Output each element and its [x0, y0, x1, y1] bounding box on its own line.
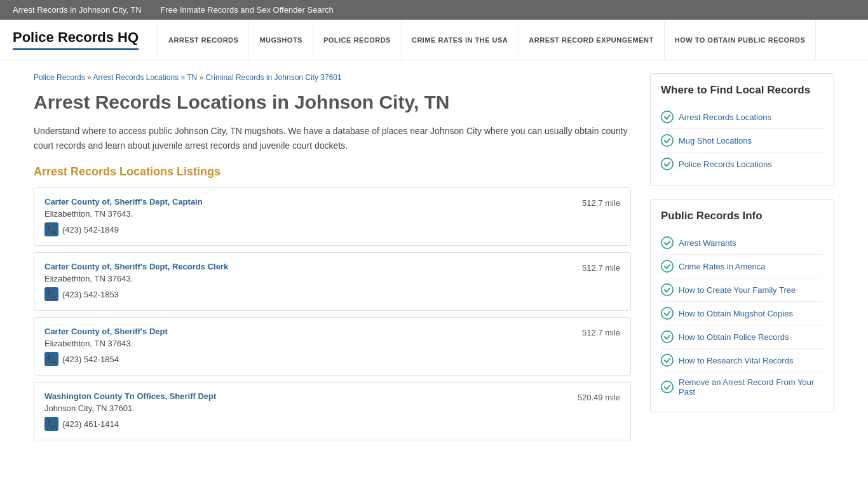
topbar-link-1[interactable]: Arrest Records in Johnson City, TN: [13, 5, 142, 15]
sidebar-where-title: Where to Find Local Records: [661, 84, 824, 97]
sidebar-public-label-2: How to Create Your Family Tree: [679, 285, 796, 295]
sidebar-where-link-1[interactable]: Mug Shot Locations: [661, 129, 824, 152]
sidebar-public-records: Public Records Info Arrest Warrants Crim…: [650, 199, 834, 412]
location-card-0: Carter County of, Sheriff's Dept, Captai…: [34, 187, 631, 246]
phone-icon-1: 📞: [44, 287, 58, 301]
section-title: Arrest Records Locations Listings: [34, 165, 631, 179]
nav-item-crime-rates-in-the-usa[interactable]: CRIME RATES IN THE USA: [402, 20, 519, 60]
nav-item-mugshots[interactable]: MUGSHOTS: [249, 20, 313, 60]
sidebar-public-link-0[interactable]: Arrest Warrants: [661, 231, 824, 255]
sidebar-where-link-2[interactable]: Police Records Locations: [661, 152, 824, 175]
sidebar-public-label-5: How to Research Vital Records: [679, 356, 793, 365]
location-name-3[interactable]: Washington County Tn Offices, Sheriff De…: [44, 391, 565, 401]
sidebar-public-label-3: How to Obtain Mugshot Copies: [679, 309, 793, 318]
location-name-0[interactable]: Carter County of, Sheriff's Dept, Captai…: [44, 197, 569, 207]
breadcrumb-separator: »: [179, 73, 187, 82]
svg-point-2: [661, 158, 673, 170]
nav-item-arrest-record-expungement[interactable]: ARREST RECORD EXPUNGEMENT: [519, 20, 664, 60]
sidebar-public-label-4: How to Obtain Police Records: [679, 332, 789, 342]
phone-icon-2: 📞: [44, 352, 58, 366]
svg-point-8: [661, 355, 673, 366]
location-distance-3: 520.49 mile: [565, 391, 620, 402]
check-icon: [661, 134, 674, 147]
header: Police Records HQ ARREST RECORDSMUGSHOTS…: [0, 20, 868, 60]
sidebar-public-label-1: Crime Rates in America: [679, 262, 766, 271]
location-phone-0: 📞 (423) 542-1849: [44, 222, 569, 236]
svg-point-5: [661, 284, 673, 295]
location-info-2: Carter County of, Sheriff's Dept Elizabe…: [44, 327, 569, 366]
sidebar-where-to-find: Where to Find Local Records Arrest Recor…: [650, 73, 834, 186]
location-distance-0: 512.7 mile: [569, 197, 620, 208]
logo-area: Police Records HQ: [13, 20, 158, 60]
check-icon: [661, 307, 674, 320]
breadcrumb-item-0[interactable]: Police Records: [34, 73, 85, 82]
phone-number-1[interactable]: (423) 542-1853: [62, 290, 119, 299]
sidebar-public-link-4[interactable]: How to Obtain Police Records: [661, 325, 824, 349]
sidebar-where-links: Arrest Records Locations Mug Shot Locati…: [661, 105, 824, 175]
phone-number-2[interactable]: (423) 542-1854: [62, 355, 119, 364]
breadcrumb: Police Records » Arrest Records Location…: [34, 73, 631, 82]
nav-item-how-to-obtain-public-records[interactable]: HOW TO OBTAIN PUBLIC RECORDS: [665, 20, 816, 60]
check-icon: [661, 111, 674, 123]
breadcrumb-item-2[interactable]: TN: [187, 73, 197, 82]
sidebar: Where to Find Local Records Arrest Recor…: [650, 73, 834, 447]
top-bar: Arrest Records in Johnson City, TN Free …: [0, 0, 868, 20]
location-phone-2: 📞 (423) 542-1854: [44, 352, 569, 366]
check-icon: [661, 381, 674, 393]
content-area: Police Records » Arrest Records Location…: [34, 73, 631, 447]
sidebar-public-link-1[interactable]: Crime Rates in America: [661, 255, 824, 278]
svg-point-1: [661, 135, 673, 146]
sidebar-public-links: Arrest Warrants Crime Rates in America H…: [661, 231, 824, 402]
location-name-1[interactable]: Carter County of, Sheriff's Dept, Record…: [44, 262, 569, 271]
location-card-2: Carter County of, Sheriff's Dept Elizabe…: [34, 317, 631, 376]
sidebar-public-link-3[interactable]: How to Obtain Mugshot Copies: [661, 302, 824, 325]
location-distance-1: 512.7 mile: [569, 262, 620, 273]
nav-item-police-records[interactable]: POLICE RECORDS: [313, 20, 402, 60]
svg-point-9: [661, 381, 673, 393]
page-description: Understand where to access public Johnso…: [34, 124, 631, 152]
breadcrumb-item-3[interactable]: Criminal Records in Johnson City 37601: [206, 73, 342, 82]
sidebar-where-label-1: Mug Shot Locations: [679, 136, 752, 146]
sidebar-public-link-6[interactable]: Remove an Arrest Record From Your Past: [661, 372, 824, 402]
svg-point-0: [661, 111, 673, 123]
phone-icon-3: 📞: [44, 417, 58, 431]
location-info-3: Washington County Tn Offices, Sheriff De…: [44, 391, 565, 431]
location-phone-3: 📞 (423) 461-1414: [44, 417, 565, 431]
location-card-3: Washington County Tn Offices, Sheriff De…: [34, 382, 631, 440]
sidebar-where-label-2: Police Records Locations: [679, 159, 772, 169]
location-distance-2: 512.7 mile: [569, 327, 620, 337]
check-icon: [661, 158, 674, 170]
sidebar-public-link-5[interactable]: How to Research Vital Records: [661, 349, 824, 372]
location-info-1: Carter County of, Sheriff's Dept, Record…: [44, 262, 569, 301]
svg-point-6: [661, 308, 673, 319]
check-icon: [661, 260, 674, 273]
sidebar-public-link-2[interactable]: How to Create Your Family Tree: [661, 278, 824, 302]
location-phone-1: 📞 (423) 542-1853: [44, 287, 569, 301]
phone-number-0[interactable]: (423) 542-1849: [62, 225, 119, 234]
nav-item-arrest-records[interactable]: ARREST RECORDS: [158, 20, 249, 60]
breadcrumb-separator: »: [197, 73, 205, 82]
svg-point-7: [661, 331, 673, 342]
main-nav: ARREST RECORDSMUGSHOTSPOLICE RECORDSCRIM…: [158, 20, 855, 60]
svg-point-4: [661, 261, 673, 272]
check-icon: [661, 283, 674, 296]
breadcrumb-separator: »: [85, 73, 93, 82]
main-container: Police Records » Arrest Records Location…: [21, 60, 847, 459]
location-address-3: Johnson City, TN 37601.: [44, 403, 565, 413]
sidebar-where-link-0[interactable]: Arrest Records Locations: [661, 105, 824, 129]
phone-number-3[interactable]: (423) 461-1414: [62, 419, 119, 429]
location-info-0: Carter County of, Sheriff's Dept, Captai…: [44, 197, 569, 236]
phone-icon-0: 📞: [44, 222, 58, 236]
check-icon: [661, 354, 674, 367]
location-card-1: Carter County of, Sheriff's Dept, Record…: [34, 252, 631, 311]
check-icon: [661, 236, 674, 249]
breadcrumb-item-1[interactable]: Arrest Records Locations: [93, 73, 179, 82]
sidebar-public-label-0: Arrest Warrants: [679, 238, 736, 248]
location-address-2: Elizabethton, TN 37643.: [44, 339, 569, 348]
location-name-2[interactable]: Carter County of, Sheriff's Dept: [44, 327, 569, 336]
check-icon: [661, 330, 674, 343]
topbar-link-2[interactable]: Free Inmate Records and Sex Offender Sea…: [161, 5, 334, 15]
site-logo[interactable]: Police Records HQ: [13, 29, 139, 50]
location-address-1: Elizabethton, TN 37643.: [44, 274, 569, 283]
location-list: Carter County of, Sheriff's Dept, Captai…: [34, 187, 631, 440]
